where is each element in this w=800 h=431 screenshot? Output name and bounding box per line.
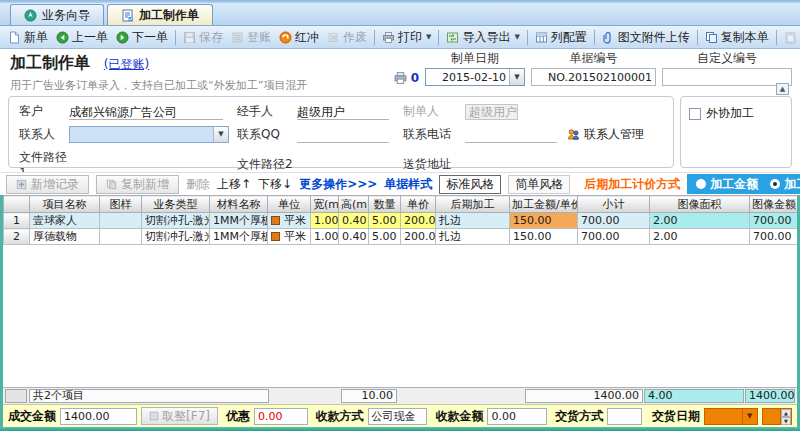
print-button[interactable]: 打印 ▼ — [378, 28, 435, 47]
cell-image-area[interactable]: 2.00 — [650, 229, 750, 245]
cell-height[interactable]: 0.40 — [339, 213, 369, 229]
cell-image-area[interactable]: 2.00 — [650, 213, 750, 229]
delivery-date-select[interactable]: ▼ — [704, 408, 758, 425]
new-order-button[interactable]: 新单 — [4, 28, 52, 47]
col-post-process[interactable]: 后期加工 — [436, 196, 510, 213]
chevron-down-icon[interactable]: ▼ — [213, 127, 228, 142]
move-up-button[interactable]: 上移↑ — [217, 176, 251, 193]
table-row[interactable]: 2 厚德载物 切割冲孔-激光 1MM个厚板 平米 1.00 0.40 5.00 … — [4, 229, 798, 245]
radio-processing-amount[interactable]: 加工金额 — [696, 176, 758, 193]
prev-order-button[interactable]: 上一单 — [52, 28, 112, 47]
copy-order-button[interactable]: 复制本单 — [701, 28, 773, 47]
deal-amount-input[interactable]: 1400.00 — [60, 408, 137, 425]
void-button[interactable]: 作废 — [323, 28, 371, 47]
cell-item-name[interactable]: 厚德载物 — [30, 229, 100, 245]
column-config-button[interactable]: 列配置 — [531, 28, 591, 47]
cell-subtotal[interactable]: 700.00 — [578, 229, 650, 245]
cell-image-amount[interactable]: 700.00 — [750, 213, 798, 229]
path2-input[interactable] — [297, 157, 389, 173]
tab-processing-order[interactable]: 加工制作单 — [107, 4, 213, 25]
phone-input[interactable] — [465, 127, 557, 143]
tab-business-wizard[interactable]: 业务向导 — [10, 4, 104, 25]
pay-method-input[interactable]: 公司现金 — [368, 408, 428, 425]
cell-pattern[interactable] — [100, 213, 142, 229]
cell-material[interactable]: 1MM个厚板 — [210, 229, 268, 245]
cell-qty[interactable]: 5.00 — [369, 229, 401, 245]
order-date-select[interactable]: 2015-02-10 ▼ — [425, 68, 525, 86]
cell-unit[interactable]: 平米 — [268, 213, 311, 229]
post-ledger-button[interactable]: 登账 — [227, 28, 275, 47]
ledger-status-link[interactable]: (已登账) — [104, 57, 149, 71]
delete-row-button[interactable]: 删除 — [186, 176, 210, 193]
custom-number-input[interactable] — [662, 68, 792, 86]
cell-post-process[interactable]: 扎边 — [436, 229, 510, 245]
cell-unit[interactable]: 平米 — [268, 229, 311, 245]
cell-item-name[interactable]: 壹球家人 — [30, 213, 100, 229]
add-record-button[interactable]: 新增记录 — [6, 175, 89, 194]
copy-add-button[interactable]: 复制新增 — [96, 175, 179, 194]
cell-post-amount[interactable]: 150.00 — [510, 213, 578, 229]
col-height[interactable]: 高(m) — [339, 196, 369, 213]
handler-input[interactable]: 超级用户 — [297, 104, 389, 120]
cell-business-type[interactable]: 切割冲孔-激光 — [142, 213, 210, 229]
more-operations-button[interactable]: 更多操作>>> — [299, 176, 377, 193]
move-down-button[interactable]: 下移↓ — [258, 176, 292, 193]
col-post-amount[interactable]: 加工金额/单价 — [510, 196, 578, 213]
style-simple-button[interactable]: 简单风格 — [508, 175, 570, 194]
order-number-input[interactable]: NO.201502100001 — [531, 68, 656, 86]
cell-price[interactable]: 200.00 — [401, 213, 436, 229]
chevron-down-icon[interactable]: ▼ — [742, 409, 757, 424]
customer-input[interactable]: 成都兴锦源广告公司 — [69, 104, 223, 120]
chevron-down-icon[interactable]: ▼ — [509, 69, 524, 85]
red-reverse-button[interactable]: 红冲 — [275, 28, 323, 47]
attachment-upload-button[interactable]: 图文附件上传 — [598, 28, 694, 47]
col-qty[interactable]: 数量 — [369, 196, 401, 213]
cell-subtotal[interactable]: 700.00 — [578, 213, 650, 229]
col-price[interactable]: 单价 — [401, 196, 436, 213]
print-count-icon[interactable] — [393, 71, 408, 85]
col-item-name[interactable]: 项目名称 — [30, 196, 100, 213]
cell-pattern[interactable] — [100, 229, 142, 245]
discount-input[interactable]: 0.00 — [254, 408, 308, 425]
paste-screenshot-button[interactable]: 粘贴截图 — [780, 28, 800, 47]
received-amount-input[interactable]: 0.00 — [487, 408, 547, 425]
cell-height[interactable]: 0.40 — [339, 229, 369, 245]
qq-input[interactable] — [297, 127, 389, 143]
custom-number-field: 自定义编号 — [662, 50, 792, 86]
radio-processing-unit-price[interactable]: 加工单价 — [770, 176, 800, 193]
contact-select[interactable]: ▼ — [69, 126, 229, 143]
cell-post-amount[interactable]: 150.00 — [510, 229, 578, 245]
cell-post-process[interactable]: 扎边 — [436, 213, 510, 229]
save-button[interactable]: 保存 — [179, 28, 227, 47]
cell-business-type[interactable]: 切割冲孔-激光 — [142, 229, 210, 245]
cell-material[interactable]: 1MM个厚板 — [210, 213, 268, 229]
col-material[interactable]: 材料名称 — [210, 196, 268, 213]
delivery-date-spinner[interactable]: ▲▼ — [762, 408, 792, 425]
address-input[interactable] — [465, 157, 649, 173]
import-export-button[interactable]: 导入导出 ▼ — [442, 28, 523, 47]
col-subtotal[interactable]: 小计 — [578, 196, 650, 213]
collapse-panel-button[interactable]: ▲ — [776, 83, 789, 95]
cell-width[interactable]: 1.00 — [311, 229, 339, 245]
cell-width[interactable]: 1.00 — [311, 213, 339, 229]
spinner-buttons[interactable]: ▲▼ — [780, 409, 791, 424]
spin-down-icon[interactable]: ▼ — [781, 417, 791, 425]
table-row[interactable]: 1 壹球家人 切割冲孔-激光 1MM个厚板 平米 1.00 0.40 5.00 … — [4, 213, 798, 229]
col-unit[interactable]: 单位 — [268, 196, 311, 213]
next-order-button[interactable]: 下一单 — [112, 28, 172, 47]
contact-manage-button[interactable]: 联系人管理 — [567, 126, 644, 143]
outsource-checkbox[interactable]: 外协加工 — [689, 105, 754, 122]
style-standard-button[interactable]: 标准风格 — [439, 175, 501, 194]
cell-price[interactable]: 200.00 — [401, 229, 436, 245]
path1-input[interactable] — [69, 157, 223, 173]
round-button[interactable]: 取整[F7] — [141, 407, 218, 425]
col-pattern[interactable]: 图样 — [100, 196, 142, 213]
spin-up-icon[interactable]: ▲ — [781, 409, 791, 417]
delivery-method-input[interactable] — [607, 408, 642, 425]
cell-qty[interactable]: 5.00 — [369, 213, 401, 229]
cell-image-amount[interactable]: 700.00 — [750, 229, 798, 245]
col-image-amount[interactable]: 图像金额 — [750, 196, 798, 213]
col-width[interactable]: 宽(m) — [311, 196, 339, 213]
col-image-area[interactable]: 图像面积 — [650, 196, 750, 213]
col-business-type[interactable]: 业务类型 — [142, 196, 210, 213]
